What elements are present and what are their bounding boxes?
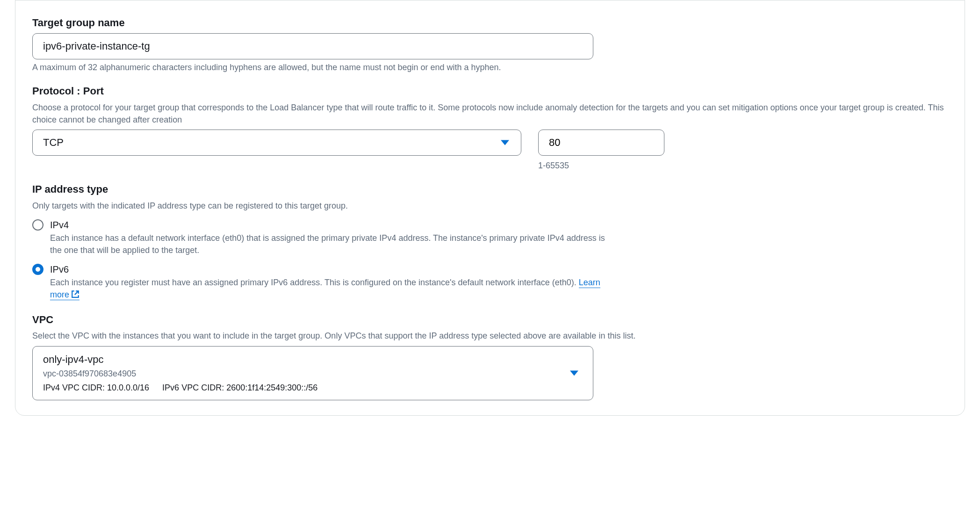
ip-address-type-field: IP address type Only targets with the in…: [32, 182, 948, 302]
ip-address-type-hint: Only targets with the indicated IP addre…: [32, 200, 948, 212]
vpc-field: VPC Select the VPC with the instances th…: [32, 312, 948, 400]
ip-type-ipv6-desc-text: Each instance you register must have an …: [50, 278, 579, 287]
ip-type-ipv6-label: IPv6: [50, 263, 611, 276]
ip-address-type-radio-group: IPv4 Each instance has a default network…: [32, 218, 948, 302]
vpc-selected-id: vpc-03854f970683e4905: [43, 368, 565, 380]
target-group-name-label: Target group name: [32, 15, 948, 30]
port-input[interactable]: [538, 130, 664, 156]
port-column: 1-65535: [538, 130, 664, 172]
vpc-select[interactable]: only-ipv4-vpc vpc-03854f970683e4905 IPv4…: [32, 346, 593, 400]
ip-type-ipv4-radio[interactable]: [32, 219, 43, 231]
protocol-select-wrap: TCP: [32, 130, 521, 156]
port-range-hint: 1-65535: [538, 159, 664, 172]
vpc-selected-cidrs: IPv4 VPC CIDR: 10.0.0.0/16 IPv6 VPC CIDR…: [43, 382, 565, 394]
vpc-ipv4-cidr: IPv4 VPC CIDR: 10.0.0.0/16: [43, 382, 149, 394]
target-group-name-field: Target group name A maximum of 32 alphan…: [32, 15, 948, 73]
vpc-select-wrap: only-ipv4-vpc vpc-03854f970683e4905 IPv4…: [32, 346, 593, 400]
vpc-ipv6-cidr: IPv6 VPC CIDR: 2600:1f14:2549:300::/56: [162, 382, 317, 394]
protocol-port-field: Protocol : Port Choose a protocol for yo…: [32, 84, 948, 172]
protocol-select-value: TCP: [43, 135, 64, 150]
target-group-name-hint: A maximum of 32 alphanumeric characters …: [32, 61, 948, 73]
vpc-hint: Select the VPC with the instances that y…: [32, 330, 948, 342]
protocol-select[interactable]: TCP: [32, 130, 521, 156]
vpc-selected-name: only-ipv4-vpc: [43, 352, 565, 367]
protocol-port-label: Protocol : Port: [32, 84, 948, 99]
target-group-form-panel: Target group name A maximum of 32 alphan…: [15, 0, 965, 416]
ip-type-ipv4-option: IPv4 Each instance has a default network…: [32, 218, 948, 256]
ip-type-ipv6-option: IPv6 Each instance you register must hav…: [32, 263, 948, 302]
ip-type-ipv4-desc: Each instance has a default network inte…: [50, 232, 611, 256]
vpc-label: VPC: [32, 312, 948, 327]
ip-type-ipv4-label: IPv4: [50, 218, 611, 232]
ip-type-ipv6-desc: Each instance you register must have an …: [50, 276, 611, 302]
external-link-icon: [71, 289, 79, 302]
target-group-name-input[interactable]: [32, 33, 593, 59]
protocol-port-hint: Choose a protocol for your target group …: [32, 101, 948, 126]
ip-address-type-label: IP address type: [32, 182, 948, 197]
ip-type-ipv6-radio[interactable]: [32, 264, 43, 275]
